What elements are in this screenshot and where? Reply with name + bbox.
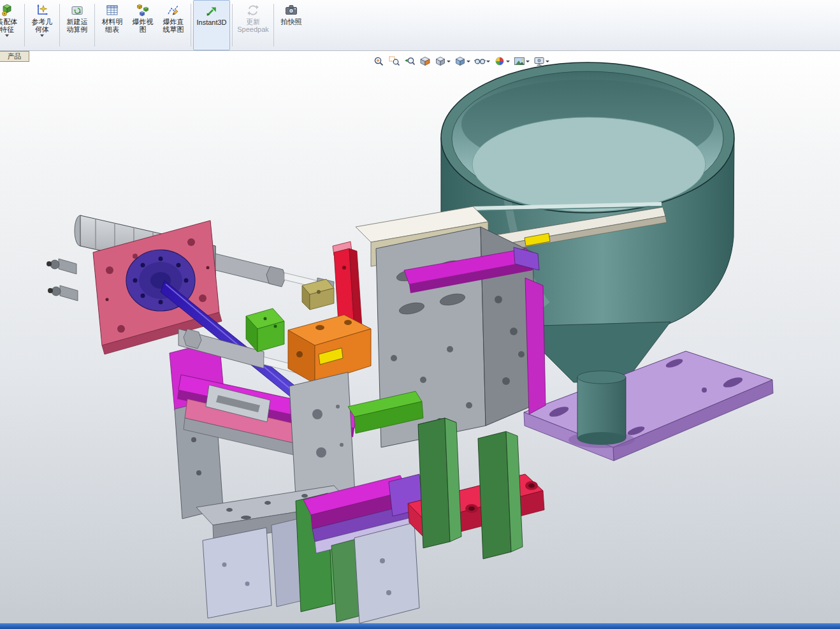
toolbar-button-explode-line-sketch[interactable]: 爆炸直 线草图 [158,0,189,50]
button-label: 爆炸视 [133,18,154,25]
button-label: 线草图 [163,25,184,33]
toolbar-button-instant3d[interactable]: Instant3D [193,0,230,50]
button-label: 细表 [105,25,119,33]
button-label: 特征 [0,25,14,33]
toolbar-button-assembly-features[interactable]: 装配体 特征 [0,0,22,50]
graphics-viewport[interactable] [0,51,840,623]
clamp-block-green[interactable] [246,308,284,352]
bottom-edge-bar [0,623,840,629]
toolbar-separator [24,4,25,47]
button-label: 拍快照 [281,18,302,25]
explode-sketch-icon [166,3,180,18]
hex-nut [184,329,201,349]
pusher-block-orange[interactable] [288,315,371,384]
previous-view-icon[interactable] [403,55,416,68]
dropdown-arrow-icon [5,34,9,37]
command-toolbar: 装配体 特征 参考几 何体 [0,0,840,51]
display-style-icon[interactable] [454,55,471,68]
zoom-to-fit-icon[interactable] [373,55,386,68]
zoom-to-area-icon[interactable] [388,55,401,68]
assembly-features-icon [0,3,14,18]
button-label: 参考几 [32,18,53,25]
view-settings-icon[interactable] [533,55,550,68]
toolbar-button-snapshot[interactable]: 拍快照 [276,0,307,50]
reference-geometry-icon [35,3,49,18]
dropdown-arrow-icon [506,61,510,62]
toolbar-button-reference-geometry[interactable]: 参考几 何体 [27,0,57,50]
feeder-bowl-opening[interactable] [441,62,734,213]
button-label: 新建运 [67,18,88,25]
exploded-view-icon [136,3,150,18]
toolbar-button-exploded-view[interactable]: 爆炸视 图 [127,0,158,50]
update-speedpak-icon [246,3,260,18]
edit-appearance-icon[interactable] [493,55,511,68]
button-label: 何体 [35,25,49,33]
dropdown-arrow-icon [486,61,490,62]
document-tab-label: 产品 [8,52,22,61]
toolbar-separator [94,4,95,47]
model-canvas[interactable] [0,51,840,623]
button-label: 装配体 [0,18,18,25]
button-label: 图 [140,25,147,33]
hide-show-items-icon[interactable] [474,55,491,68]
button-label: 更新 [246,18,260,25]
button-label: Instant3D [196,18,226,26]
dropdown-arrow-icon [467,61,470,62]
dropdown-arrow-icon [546,61,549,62]
section-view-icon[interactable] [419,55,431,68]
button-label: 爆炸直 [163,18,184,25]
snapshot-icon [284,3,298,18]
bom-icon [105,3,119,18]
dropdown-arrow-icon [447,61,451,62]
dropdown-arrow-icon [40,34,44,37]
toolbar-separator [59,4,60,47]
apply-scene-icon[interactable] [513,55,530,68]
toolbar-button-bill-of-materials[interactable]: 材料明 细表 [97,0,127,50]
toolbar-separator [232,4,233,47]
button-label: Speedpak [237,25,269,33]
hex-nut [266,266,286,287]
side-plate-magenta[interactable] [525,278,546,414]
view-orientation-icon[interactable] [434,55,451,68]
app-window: 装配体 特征 参考几 何体 [0,0,840,629]
air-fittings[interactable] [47,259,78,301]
instant3d-icon [205,3,219,18]
button-label: 动算例 [67,25,88,33]
toolbar-button-update-speedpak[interactable]: 更新 Speedpak [235,0,272,50]
button-label: 材料明 [102,18,123,25]
document-tab-product[interactable]: 产品 [0,51,29,62]
toolbar-separator [273,4,274,47]
bowl-support-column[interactable] [577,371,626,445]
heads-up-view-toolbar [373,54,550,68]
toolbar-separator [191,4,191,47]
toolbar-button-new-motion-study[interactable]: 新建运 动算例 [62,0,92,50]
dropdown-arrow-icon [526,61,530,62]
motion-study-icon [70,3,84,18]
